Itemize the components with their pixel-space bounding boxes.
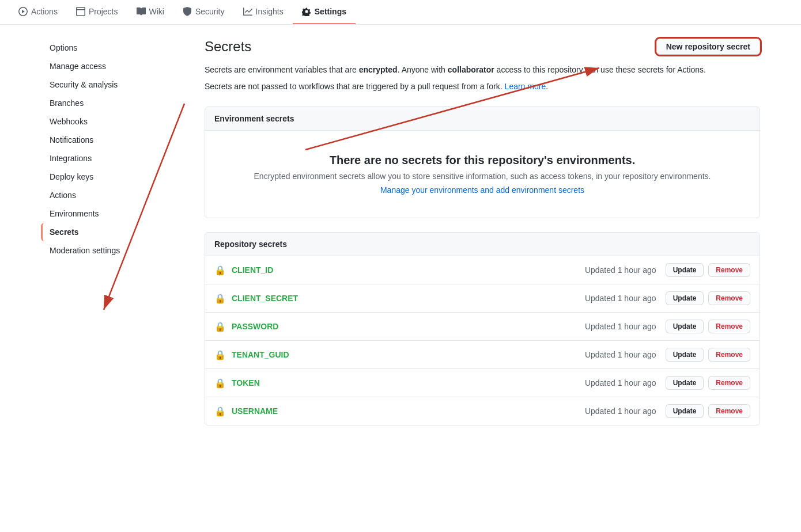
repository-secrets-header: Repository secrets [205,233,760,256]
sidebar-item-notifications[interactable]: Notifications [41,131,191,149]
nav-security-label: Security [195,7,225,16]
sidebar-item-security-analysis[interactable]: Security & analysis [41,75,191,94]
nav-item-security[interactable]: Security [173,0,234,24]
secrets-list: 🔒 CLIENT_ID Updated 1 hour ago Update Re… [205,256,760,425]
environment-secrets-empty: There are no secrets for this repository… [205,131,760,218]
sidebar-item-actions[interactable]: Actions [41,186,191,204]
remove-button[interactable]: Remove [708,348,750,362]
update-button[interactable]: Update [666,320,704,333]
table-row: 🔒 PASSWORD Updated 1 hour ago Update Rem… [205,313,760,341]
lock-icon: 🔒 [214,378,226,389]
secret-name: TENANT_GUID [232,350,585,359]
empty-state-description: Encrypted environment secrets allow you … [214,172,750,181]
lock-icon: 🔒 [214,321,226,332]
gear-icon [302,7,311,16]
lock-icon: 🔒 [214,349,226,360]
nav-item-wiki[interactable]: Wiki [127,0,173,24]
page-header: Secrets New repository secret [205,39,760,55]
main-content: Secrets New repository secret Secrets ar… [205,39,760,439]
sidebar-item-environments[interactable]: Environments [41,204,191,223]
nav-insights-label: Insights [256,7,284,16]
top-nav: Actions Projects Wiki Security Insights … [0,0,801,25]
nav-settings-label: Settings [315,7,346,16]
secret-name: PASSWORD [232,322,585,331]
lock-icon: 🔒 [214,406,226,417]
update-button[interactable]: Update [666,263,704,277]
secret-updated-time: Updated 1 hour ago [585,378,656,387]
sidebar-item-options[interactable]: Options [41,39,191,57]
nav-item-insights[interactable]: Insights [234,0,293,24]
nav-item-settings[interactable]: Settings [293,0,356,24]
nav-item-actions[interactable]: Actions [9,0,67,24]
nav-item-projects[interactable]: Projects [67,0,127,24]
secret-name: TOKEN [232,378,585,387]
secret-name: USERNAME [232,406,585,416]
nav-wiki-label: Wiki [149,7,164,16]
remove-button[interactable]: Remove [708,263,750,277]
sidebar-item-integrations[interactable]: Integrations [41,149,191,168]
secret-updated-time: Updated 1 hour ago [585,406,656,416]
lock-icon: 🔒 [214,293,226,304]
remove-button[interactable]: Remove [708,291,750,305]
secret-actions: Update Remove [666,263,750,277]
table-icon [76,7,85,16]
sidebar: Options Manage access Security & analysi… [41,39,191,439]
secret-updated-time: Updated 1 hour ago [585,350,656,359]
table-row: 🔒 TENANT_GUID Updated 1 hour ago Update … [205,341,760,369]
update-button[interactable]: Update [666,348,704,362]
description-line2: Secrets are not passed to workflows that… [205,81,760,93]
secret-actions: Update Remove [666,376,750,390]
table-row: 🔒 TOKEN Updated 1 hour ago Update Remove [205,369,760,397]
shield-icon [183,7,192,16]
manage-environments-link[interactable]: Manage your environments and add environ… [380,185,584,195]
nav-actions-label: Actions [31,7,58,16]
sidebar-item-moderation[interactable]: Moderation settings [41,241,191,260]
secret-name: CLIENT_SECRET [232,294,585,303]
secret-name: CLIENT_ID [232,265,585,275]
secret-actions: Update Remove [666,291,750,305]
repository-secrets-section: Repository secrets 🔒 CLIENT_ID Updated 1… [205,232,760,425]
learn-more-link[interactable]: Learn more [505,82,546,91]
secret-updated-time: Updated 1 hour ago [585,294,656,303]
secret-actions: Update Remove [666,320,750,333]
remove-button[interactable]: Remove [708,320,750,333]
environment-secrets-header: Environment secrets [205,107,760,131]
environment-secrets-section: Environment secrets There are no secrets… [205,107,760,218]
secret-actions: Update Remove [666,404,750,418]
remove-button[interactable]: Remove [708,376,750,390]
sidebar-item-deploy-keys[interactable]: Deploy keys [41,168,191,186]
lock-icon: 🔒 [214,265,226,276]
update-button[interactable]: Update [666,291,704,305]
sidebar-item-manage-access[interactable]: Manage access [41,57,191,75]
secret-updated-time: Updated 1 hour ago [585,322,656,331]
remove-button[interactable]: Remove [708,404,750,418]
new-repository-secret-button[interactable]: New repository secret [656,39,760,55]
sidebar-item-branches[interactable]: Branches [41,94,191,112]
secret-actions: Update Remove [666,348,750,362]
table-row: 🔒 USERNAME Updated 1 hour ago Update Rem… [205,397,760,425]
update-button[interactable]: Update [666,376,704,390]
sidebar-item-secrets[interactable]: Secrets [41,223,191,241]
graph-icon [243,7,252,16]
secret-updated-time: Updated 1 hour ago [585,265,656,275]
sidebar-item-webhooks[interactable]: Webhooks [41,112,191,131]
table-row: 🔒 CLIENT_ID Updated 1 hour ago Update Re… [205,256,760,284]
table-row: 🔒 CLIENT_SECRET Updated 1 hour ago Updat… [205,284,760,313]
book-icon [137,7,146,16]
nav-projects-label: Projects [89,7,118,16]
page-title: Secrets [205,39,251,55]
update-button[interactable]: Update [666,404,704,418]
play-circle-icon [18,7,28,16]
empty-state-title: There are no secrets for this repository… [214,154,750,167]
main-layout: Options Manage access Security & analysi… [32,25,769,453]
description-line1: Secrets are environment variables that a… [205,64,760,76]
